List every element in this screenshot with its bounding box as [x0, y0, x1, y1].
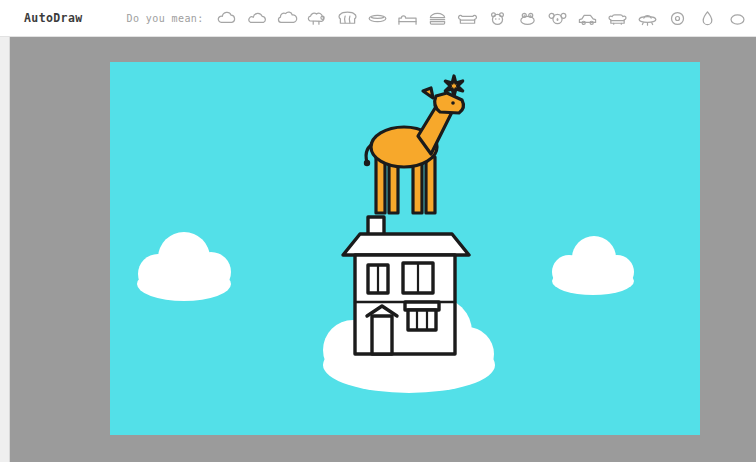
app-title: AutoDraw: [24, 11, 83, 25]
giraffe-ear: [423, 88, 433, 98]
workspace-background: [0, 36, 756, 462]
house-drawing: [343, 217, 469, 354]
suggestion-list: [214, 5, 756, 31]
giraffe-leg: [376, 157, 385, 213]
do-you-mean-label: Do you mean:: [127, 13, 204, 24]
suggestion-egg-icon[interactable]: [694, 5, 721, 31]
suggestion-cloud2-icon[interactable]: [244, 5, 271, 31]
suggestion-hamster-icon[interactable]: [484, 5, 511, 31]
suggestion-frog-icon[interactable]: [514, 5, 541, 31]
suggestion-car-icon[interactable]: [574, 5, 601, 31]
giraffe-drawing: [364, 76, 464, 213]
cloud-right-drawing: [552, 236, 634, 295]
house-window-lower-right: [408, 310, 436, 330]
suggestion-bed-icon[interactable]: [394, 5, 421, 31]
giraffe-head: [435, 93, 464, 113]
left-toolbar-strip: [0, 36, 10, 462]
drawing-canvas[interactable]: [110, 62, 700, 435]
cloud-left-drawing: [137, 232, 231, 301]
canvas-scene: [110, 62, 700, 435]
suggestion-couch-icon[interactable]: [454, 5, 481, 31]
suggestion-stone-icon[interactable]: [724, 5, 751, 31]
house-door: [372, 316, 392, 354]
top-toolbar: AutoDraw Do you mean:: [0, 0, 756, 37]
suggestion-ufo-icon[interactable]: [634, 5, 661, 31]
suggestion-donut-icon[interactable]: [664, 5, 691, 31]
suggestion-burger-icon[interactable]: [424, 5, 451, 31]
house-roof: [343, 234, 469, 255]
suggestion-sofa-icon[interactable]: [604, 5, 631, 31]
suggestion-sheep-icon[interactable]: [304, 5, 331, 31]
suggestion-hotdog-icon[interactable]: [364, 5, 391, 31]
giraffe-leg: [426, 157, 435, 213]
giraffe-eye: [451, 101, 455, 105]
suggestion-cloud3-icon[interactable]: [274, 5, 301, 31]
suggestion-bread-icon[interactable]: [334, 5, 361, 31]
suggestion-koala-icon[interactable]: [544, 5, 571, 31]
suggestion-cloud-icon[interactable]: [214, 5, 241, 31]
